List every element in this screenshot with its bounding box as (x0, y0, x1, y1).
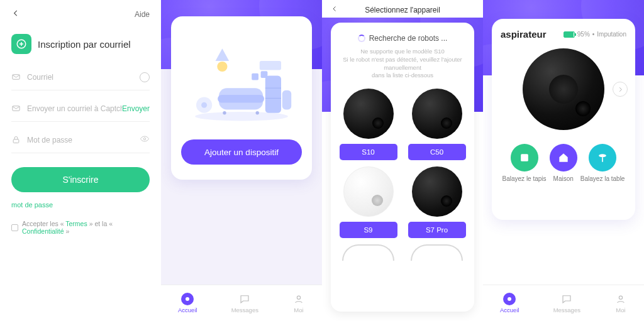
carpet-icon (511, 144, 538, 171)
captcha-field-row: Envoyer (11, 95, 150, 122)
svg-point-23 (297, 296, 300, 299)
device-label-button[interactable]: S10 (340, 144, 397, 160)
back-chevron-icon[interactable] (11, 9, 20, 20)
nav-messages[interactable]: Messages (553, 293, 580, 313)
home-dot-icon (503, 293, 516, 305)
bottom-navbar: Accueil Messages Moi (483, 285, 644, 321)
device-image-wrap (501, 48, 626, 130)
signup-button[interactable]: S'inscrire (11, 167, 150, 192)
device-cell-c50[interactable]: C50 (406, 89, 468, 160)
select-device-title: Sélectionnez l'appareil (365, 6, 440, 14)
battery-percent: 95% (577, 31, 590, 38)
svg-rect-13 (265, 75, 281, 112)
email-radio-icon[interactable] (140, 72, 150, 82)
help-link[interactable]: Aide (135, 10, 150, 19)
back-chevron-icon[interactable] (331, 4, 338, 15)
nav-home[interactable]: Accueil (178, 293, 197, 313)
bottom-navbar: Accueil Messages Moi (161, 285, 322, 321)
device-cell-s10[interactable]: S10 (337, 89, 399, 160)
device-control-card: aspirateur 95% • Imputation Balayez le t… (492, 19, 635, 220)
action-label: Balayez la table (580, 175, 625, 183)
nav-me[interactable]: Moi (614, 293, 627, 313)
add-device-card: Ajouter un dispositif (171, 16, 312, 180)
device-cell-s7pro[interactable]: S7 Pro (406, 166, 468, 238)
nav-messages[interactable]: Messages (231, 293, 258, 313)
nav-home-label: Accueil (500, 307, 519, 313)
device-card-header: aspirateur 95% • Imputation (501, 29, 626, 40)
svg-rect-5 (13, 139, 19, 143)
captcha-input[interactable] (27, 104, 122, 113)
support-note: Ne supporte que le modèle S10 Si le robo… (337, 48, 468, 80)
svg-rect-21 (282, 90, 291, 110)
nav-messages-label: Messages (231, 307, 258, 313)
robot-large-icon (523, 48, 604, 130)
user-icon (614, 293, 627, 305)
password-field-row (11, 127, 150, 153)
add-device-screen: Ajouter un dispositif Accueil Messages M… (161, 0, 322, 321)
svg-point-25 (599, 154, 606, 157)
mail-icon (11, 104, 21, 113)
email-input[interactable] (27, 73, 140, 82)
action-home[interactable]: Maison (550, 144, 577, 183)
svg-rect-17 (252, 73, 258, 80)
robot-thumb-partial-icon (342, 244, 394, 261)
chat-icon (238, 293, 251, 305)
nav-me[interactable]: Moi (292, 293, 305, 313)
nav-home-label: Accueil (178, 307, 197, 313)
app-plus-icon (11, 34, 31, 54)
eye-icon[interactable] (140, 134, 150, 146)
device-control-screen: aspirateur 95% • Imputation Balayez le t… (483, 0, 644, 321)
device-list-card: Recherche de robots ... Ne supporte que … (331, 23, 474, 312)
robot-thumb-icon (343, 166, 394, 217)
accept-text: Accepter les « Termes » et la « Confiden… (22, 220, 150, 235)
user-icon (292, 293, 305, 305)
nav-home[interactable]: Accueil (500, 293, 519, 313)
device-label-button[interactable]: C50 (408, 144, 466, 160)
svg-point-6 (143, 138, 145, 139)
status-text: Imputation (597, 31, 626, 38)
robot-thumb-icon (412, 89, 462, 139)
home-dot-icon (181, 293, 194, 305)
svg-point-12 (217, 62, 227, 72)
mail-icon (11, 72, 21, 82)
signup-topbar: Aide (11, 6, 150, 23)
spinner-icon (358, 35, 365, 42)
forgot-password-link[interactable]: mot de passe (11, 201, 53, 209)
device-grid-partial (337, 244, 468, 261)
quick-actions-row: Balayez le tapis Maison Balayez la table (501, 144, 626, 183)
svg-point-22 (186, 297, 189, 301)
svg-rect-16 (260, 61, 281, 70)
signup-title-row: Inscription par courriel (11, 34, 150, 54)
terms-link[interactable]: Termes (65, 220, 87, 227)
next-arrow-icon[interactable] (613, 82, 628, 97)
action-label: Maison (553, 175, 574, 183)
home-icon (550, 144, 577, 171)
svg-rect-3 (13, 75, 19, 80)
device-label-button[interactable]: S7 Pro (408, 222, 466, 238)
svg-point-11 (256, 111, 259, 114)
svg-point-27 (508, 297, 511, 301)
password-input[interactable] (27, 136, 140, 144)
action-label: Balayez le tapis (502, 175, 547, 183)
robot-thumb-icon (412, 166, 462, 217)
privacy-link[interactable]: Confidentialité (22, 227, 64, 235)
action-sweep-table[interactable]: Balayez la table (580, 144, 625, 183)
device-cell-s9[interactable]: S9 (337, 166, 399, 238)
nav-me-label: Moi (616, 307, 625, 313)
device-status: 95% • Imputation (564, 31, 626, 38)
device-name: aspirateur (501, 29, 547, 40)
email-field-row (11, 64, 150, 90)
select-device-screen: Sélectionnez l'appareil Recherche de rob… (322, 0, 483, 321)
searching-text: Recherche de robots ... (369, 34, 448, 43)
signup-screen: Aide Inscription par courriel Envoyer S'… (0, 0, 161, 321)
svg-point-7 (195, 112, 288, 121)
select-device-topbar: Sélectionnez l'appareil (322, 0, 483, 18)
nav-messages-label: Messages (553, 307, 580, 313)
send-captcha-link[interactable]: Envoyer (122, 104, 150, 113)
device-label-button[interactable]: S9 (340, 222, 397, 238)
searching-row: Recherche de robots ... (337, 34, 468, 43)
accept-checkbox[interactable] (11, 224, 18, 231)
action-sweep-carpet[interactable]: Balayez le tapis (502, 144, 547, 183)
add-device-button[interactable]: Ajouter un dispositif (181, 139, 302, 165)
svg-rect-18 (261, 71, 268, 78)
